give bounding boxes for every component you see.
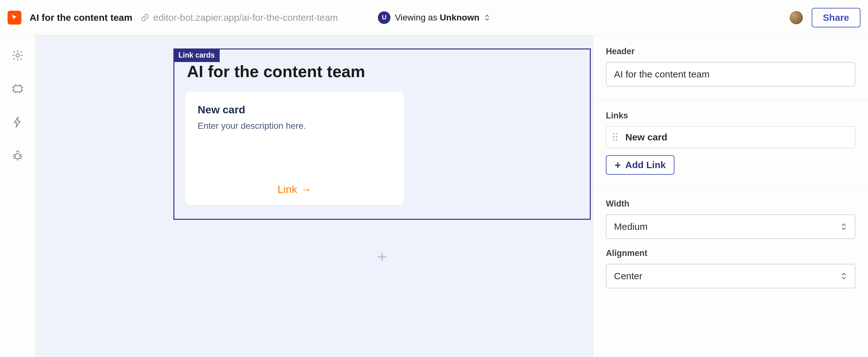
cursor-icon [10,13,19,22]
block-heading[interactable]: AI for the content team [187,62,579,81]
canvas[interactable]: Link cards AI for the content team New c… [35,35,593,357]
viewer-label: Viewing as Unknown [395,12,479,23]
panel-section-layout: Width Medium Alignment Center [593,188,868,301]
chevron-up-down-icon [840,222,847,231]
card-title: New card [198,103,392,116]
topbar: AI for the content team editor-bot.zapie… [0,0,868,35]
header-input[interactable] [606,62,856,87]
alignment-label: Alignment [606,248,856,258]
rail-layout[interactable] [10,81,25,96]
link-cards-block[interactable]: Link cards AI for the content team New c… [174,49,591,220]
link-icon [141,13,150,22]
svg-point-0 [16,54,19,57]
bolt-icon [12,116,24,128]
svg-rect-1 [13,86,22,92]
left-rail [0,35,35,357]
topbar-left: AI for the content team editor-bot.zapie… [7,11,338,25]
page-url: editor-bot.zapier.app/ai-for-the-content… [153,12,338,23]
add-block-button[interactable]: + [377,249,387,265]
block-tag: Link cards [174,49,220,62]
avatar[interactable] [789,11,803,24]
page-title[interactable]: AI for the content team [30,12,132,23]
svg-rect-2 [15,154,20,159]
share-button[interactable]: Share [812,8,861,27]
viewer-badge: U [378,11,391,24]
panel-section-links: Links New card + Add Link [593,99,868,188]
bug-icon [12,150,24,161]
rail-actions[interactable] [10,115,25,130]
viewer-switch[interactable]: U Viewing as Unknown [378,11,490,24]
alignment-value: Center [614,271,642,281]
card-link-label: Link [278,183,297,196]
canvas-inner: Link cards AI for the content team New c… [174,49,591,220]
add-link-label: Add Link [625,159,665,170]
page-url-wrap[interactable]: editor-bot.zapier.app/ai-for-the-content… [141,12,338,23]
app-logo[interactable] [7,11,22,25]
rail-settings[interactable] [10,48,25,63]
link-item-label: New card [625,132,667,143]
arrow-right-icon: → [301,183,312,196]
rail-debug[interactable] [10,148,25,163]
links-label: Links [606,111,856,121]
properties-panel: Header Links New card + Add Link Width M… [593,35,868,357]
link-card[interactable]: New card Enter your description here. Li… [185,92,404,205]
width-value: Medium [614,221,648,232]
drag-handle-icon[interactable] [613,133,620,142]
layout-icon [12,83,24,95]
gear-icon [12,50,24,61]
plus-icon: + [615,159,621,170]
viewer-name: Unknown [440,12,479,22]
panel-section-header: Header [593,35,868,99]
viewer-prefix: Viewing as [395,12,440,22]
header-label: Header [606,47,856,56]
card-link[interactable]: Link → [198,171,392,196]
add-link-button[interactable]: + Add Link [606,155,675,175]
main: Link cards AI for the content team New c… [0,35,868,357]
chevron-up-down-icon [484,13,490,22]
link-item[interactable]: New card [606,126,856,148]
width-select[interactable]: Medium [606,214,856,239]
chevron-up-down-icon [840,271,847,281]
width-label: Width [606,199,856,209]
card-description: Enter your description here. [198,121,392,131]
topbar-right: Share [789,8,861,27]
alignment-select[interactable]: Center [606,264,856,288]
